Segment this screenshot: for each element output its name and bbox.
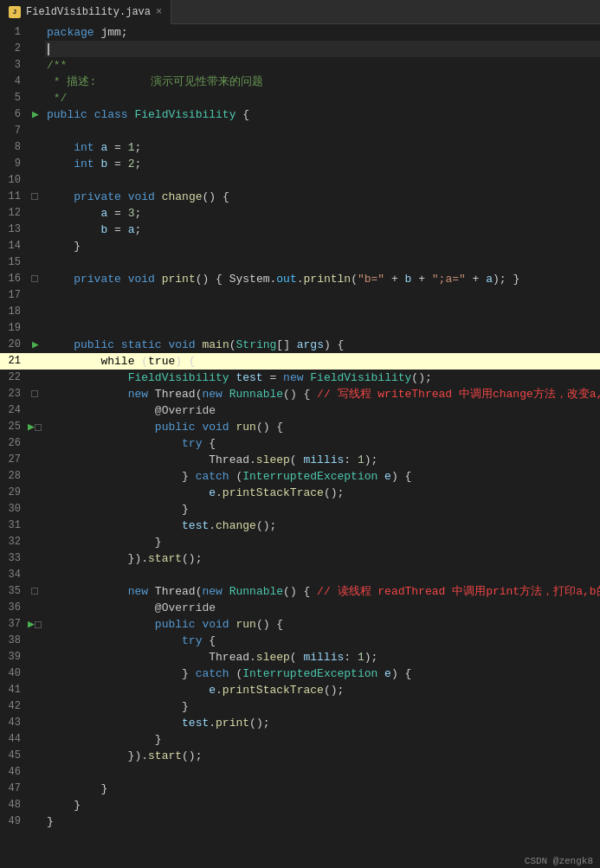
- code-line: }: [45, 731, 600, 748]
- line-number: 34: [0, 567, 26, 583]
- gutter-cell: [26, 320, 45, 337]
- line-number: 40: [0, 665, 26, 682]
- line-number: 6: [0, 106, 26, 123]
- gutter-cell: ▶: [26, 106, 45, 123]
- gutter-cell: [26, 435, 45, 452]
- line-number: 31: [0, 518, 26, 534]
- gutter-cell: [26, 353, 45, 370]
- gutter-cell: [26, 781, 45, 797]
- line-number: 42: [0, 698, 26, 715]
- code-line: test.change();: [45, 518, 600, 534]
- line-numbers: 1234567891011121314151617181920212223242…: [0, 24, 26, 830]
- code-line: [45, 41, 600, 57]
- gutter-cell: [26, 468, 45, 485]
- line-number: 26: [0, 435, 26, 452]
- status-bar: CSDN @zengk8: [518, 854, 600, 868]
- code-line: }).start();: [45, 748, 600, 764]
- line-number: 45: [0, 748, 26, 764]
- fold-icon[interactable]: [31, 274, 40, 284]
- line-number: 44: [0, 731, 26, 748]
- code-line: @Override: [45, 402, 600, 419]
- gutter: ▶▶▶▶: [26, 24, 45, 830]
- line-number: 29: [0, 485, 26, 501]
- code-line: FieldVisibility test = new FieldVisibili…: [45, 370, 600, 386]
- gutter-cell: [26, 139, 45, 156]
- gutter-cell: [26, 715, 45, 731]
- line-number: 36: [0, 600, 26, 616]
- code-line: [45, 287, 600, 304]
- gutter-cell: [26, 172, 45, 189]
- fold-icon[interactable]: [35, 423, 43, 433]
- line-number: 24: [0, 402, 26, 419]
- gutter-cell: [26, 452, 45, 468]
- code-line: @Override: [45, 600, 600, 616]
- gutter-cell: [26, 402, 45, 419]
- code-area[interactable]: package jmm;/** * 描述: 演示可见性带来的问题 */publi…: [45, 24, 600, 830]
- gutter-cell: [26, 600, 45, 616]
- line-number: 9: [0, 156, 26, 172]
- fold-icon[interactable]: [35, 620, 43, 630]
- line-number: 33: [0, 550, 26, 567]
- line-number: 12: [0, 205, 26, 222]
- line-number: 20: [0, 337, 26, 353]
- code-line: public void run() {: [45, 419, 600, 435]
- gutter-cell: [26, 238, 45, 254]
- line-number: 13: [0, 222, 26, 238]
- line-number: 43: [0, 715, 26, 731]
- gutter-cell: [26, 797, 45, 813]
- line-number: 38: [0, 633, 26, 649]
- code-line: }: [45, 698, 600, 715]
- gutter-cell: [26, 682, 45, 698]
- line-number: 30: [0, 501, 26, 518]
- gutter-cell: [26, 534, 45, 550]
- editor-window: J FieldVisibility.java × 123456789101112…: [0, 0, 600, 830]
- line-number: 18: [0, 304, 26, 320]
- line-number: 23: [0, 386, 26, 402]
- code-line: try {: [45, 435, 600, 452]
- fold-icon[interactable]: [31, 192, 40, 202]
- line-number: 10: [0, 172, 26, 189]
- tab-close-button[interactable]: ×: [156, 6, 162, 18]
- tab-bar: J FieldVisibility.java ×: [0, 0, 600, 24]
- line-number: 25: [0, 419, 26, 435]
- breakpoint-arrow-icon: ▶: [28, 421, 35, 434]
- code-line: a = 3;: [45, 205, 600, 222]
- gutter-cell: [26, 649, 45, 665]
- gutter-cell: [26, 485, 45, 501]
- tab-filename: FieldVisibility.java: [26, 6, 151, 18]
- gutter-cell: [26, 370, 45, 386]
- fold-icon[interactable]: [31, 587, 40, 596]
- line-number: 22: [0, 370, 26, 386]
- code-line: }: [45, 781, 600, 797]
- line-number: 17: [0, 287, 26, 304]
- code-line: } catch (InterruptedException e) {: [45, 665, 600, 682]
- line-number: 3: [0, 57, 26, 74]
- line-number: 4: [0, 74, 26, 90]
- gutter-cell: [26, 583, 45, 600]
- gutter-cell: [26, 90, 45, 106]
- code-line: [45, 172, 600, 189]
- code-line: private void print() { System.out.printl…: [45, 271, 600, 287]
- active-tab[interactable]: J FieldVisibility.java ×: [0, 0, 171, 24]
- code-line: [45, 254, 600, 271]
- code-line: }: [45, 797, 600, 813]
- code-line: package jmm;: [45, 24, 600, 41]
- gutter-cell: [26, 567, 45, 583]
- code-line: }: [45, 238, 600, 254]
- gutter-cell: [26, 41, 45, 57]
- breakpoint-arrow-icon: ▶: [32, 108, 39, 121]
- fold-icon[interactable]: [31, 389, 40, 399]
- code-line: public void run() {: [45, 616, 600, 633]
- code-line: Thread.sleep( millis: 1);: [45, 649, 600, 665]
- gutter-cell: [26, 764, 45, 781]
- code-line: [45, 304, 600, 320]
- code-line: private void change() {: [45, 189, 600, 205]
- java-file-icon: J: [9, 6, 21, 18]
- code-line: Thread.sleep( millis: 1);: [45, 452, 600, 468]
- line-number: 49: [0, 813, 26, 830]
- line-number: 32: [0, 534, 26, 550]
- code-line: [45, 320, 600, 337]
- code-line: e.printStackTrace();: [45, 485, 600, 501]
- code-line: while (true) {: [45, 353, 600, 370]
- gutter-cell: [26, 254, 45, 271]
